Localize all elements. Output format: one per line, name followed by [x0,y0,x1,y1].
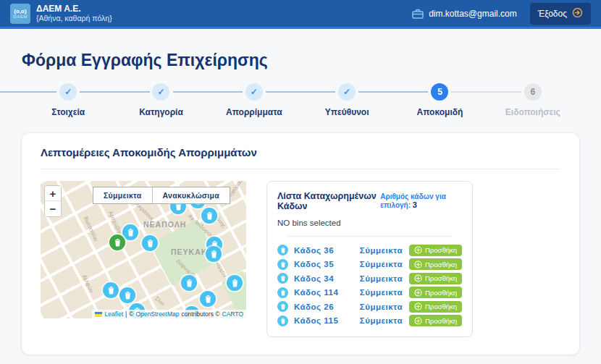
add-bin-button[interactable]: Προσθήκη [409,287,462,298]
briefcase-icon [412,9,424,19]
step-label: Κατηγορία [139,107,183,117]
wizard-stepper: ✓ Στοιχεία ✓ Κατηγορία ✓ Απορρίμματα ✓ Υ… [22,83,579,117]
bin-icon [277,273,288,284]
bins-list: Κάδος 36 Σύμμεικτα Προσθήκ [277,243,462,328]
map-filter-toggle: ΣύμμεικταΑνακυκλώσιμα [93,187,230,204]
carto-link[interactable]: CARTO [222,310,243,318]
add-bin-button[interactable]: Προσθήκη [409,315,462,326]
bin-marker[interactable] [109,234,125,250]
step-label: Απορρίμματα [226,107,282,117]
logo-owl-face: (o,o) [14,8,26,14]
street-label: Δελφών [81,274,95,294]
bin-type-badge: Σύμμεικτα [360,302,403,311]
add-bin-button-label: Προσθήκη [425,317,457,325]
logout-button[interactable]: Έξοδος [530,3,591,25]
bin-name: Κάδος 34 [294,274,334,283]
bin-name: Κάδος 115 [294,316,338,325]
wizard-step: ✓ Στοιχεία [22,83,114,117]
bin-row: Κάδος 114 Σύμμεικτα Προσθή [277,286,462,300]
user-email: dim.kottas@gmail.com [429,9,517,19]
step-circle[interactable]: 6 [524,83,542,101]
add-bin-button[interactable]: Προσθήκη [409,273,462,284]
bin-row: Κάδος 26 Σύμμεικτα Προσθήκ [277,300,462,314]
zoom-in-button[interactable]: + [45,186,61,201]
map-filter-button[interactable]: Σύμμεικτα [93,187,152,203]
add-bin-button-label: Προσθήκη [425,261,457,268]
bin-row: Κάδος 35 Σύμμεικτα Προσθήκ [277,258,462,272]
step-circle[interactable]: ✓ [338,83,356,101]
selection-count-value: 3 [413,200,417,209]
bins-map[interactable]: + − ΣύμμεικταΑνακυκλώσιμα ΒαλτετσίουΑραχ… [41,181,246,318]
step-label: Υπεύθυνοι [325,107,369,117]
bin-icon [277,301,288,312]
logout-button-label: Έξοδος [538,9,567,19]
bin-icon [277,287,288,298]
street-label: Σίνα [154,295,166,307]
page-title: Φόρμα Εγγραφής Επιχείρησης [22,51,579,70]
attribution-separator: | [125,310,127,318]
osm-copyright: © [129,310,133,318]
bin-type-badge: Σύμμεικτα [360,288,403,297]
add-bin-button-label: Προσθήκη [425,274,457,282]
wizard-step: ✓ Κατηγορία [114,83,207,117]
bins-list-panel: Λίστα Καταχωρημένων Κάδων Αριθμός κάδων … [266,181,473,337]
bin-row: Κάδος 34 Σύμμεικτα Προσθήκ [277,271,462,286]
bin-marker[interactable] [200,291,216,307]
wizard-step: ✓ Υπεύθυνοι [300,83,393,117]
bin-type-badge: Σύμμεικτα [360,316,403,325]
bin-icon [277,245,288,255]
step-circle[interactable]: ✓ [152,83,169,101]
add-bin-button[interactable]: Προσθήκη [409,301,462,313]
bin-name: Κάδος 114 [294,288,338,297]
ukraine-flag-icon [95,312,102,317]
bins-divider [287,236,452,237]
step-label: Αποκομιδή [417,107,463,117]
app-header: (o,o) DAEM ΔΑΕΜ Α.Ε. {Αθήνα, καθαρή πόλη… [0,0,601,29]
street-label: Αραχώβης [107,210,124,236]
area-label: ΝΕΑΠΟΛΗ [143,220,186,229]
bins-list-title: Λίστα Καταχωρημένων Κάδων [277,191,380,211]
plus-circle-icon [414,261,422,268]
bin-marker[interactable] [103,282,119,298]
bin-marker[interactable] [206,246,222,262]
bin-marker[interactable] [201,208,217,224]
logo-word: DAEM [13,14,27,20]
wizard-step: 5 Αποκομιδή [393,83,486,117]
step-label: Ειδοποιήσεις [505,107,560,117]
add-bin-button-label: Προσθήκη [425,246,457,254]
bin-marker[interactable] [227,275,243,291]
bin-row: Κάδος 115 Σύμμεικτα Προσθή [277,314,462,329]
bin-marker[interactable] [119,287,135,303]
bin-name: Κάδος 35 [294,260,334,268]
add-bin-button[interactable]: Προσθήκη [409,258,462,270]
leaflet-link[interactable]: Leaflet [104,310,123,318]
bin-icon [277,316,288,326]
collection-details-card: Λεπτομέρειες Αποκομιδής Απορριμμάτων + −… [22,133,579,355]
step-circle[interactable]: ✓ [245,83,263,101]
bin-type-badge: Σύμμεικτα [360,274,403,283]
step-label: Στοιχεία [51,107,85,117]
bin-row: Κάδος 36 Σύμμεικτα Προσθήκ [277,243,462,258]
plus-circle-icon [414,274,422,282]
map-zoom-control: + − [44,185,62,217]
plus-circle-icon [414,302,422,310]
plus-circle-icon [414,289,422,297]
add-bin-button-label: Προσθήκη [425,289,457,297]
bin-marker[interactable] [181,275,197,291]
bin-icon [277,259,288,270]
no-bins-selected-message: NO bins selected [277,219,462,227]
step-circle[interactable]: 5 [431,83,448,101]
zoom-out-button[interactable]: − [45,201,61,216]
bin-type-badge: Σύμμεικτα [360,246,403,255]
osm-link[interactable]: OpenStreetMap [135,310,179,318]
map-attribution: Leaflet | © OpenStreetMap contributors ©… [92,310,246,318]
bin-type-badge: Σύμμεικτα [360,260,403,268]
bin-marker[interactable] [142,235,158,251]
step-circle[interactable]: ✓ [59,83,77,101]
bin-marker[interactable] [122,224,138,240]
map-filter-button[interactable]: Ανακυκλώσιμα [152,187,230,203]
app-logo: (o,o) DAEM [10,4,30,24]
logout-arrow-icon [572,7,583,20]
plus-circle-icon [414,246,422,254]
add-bin-button[interactable]: Προσθήκη [409,245,462,256]
